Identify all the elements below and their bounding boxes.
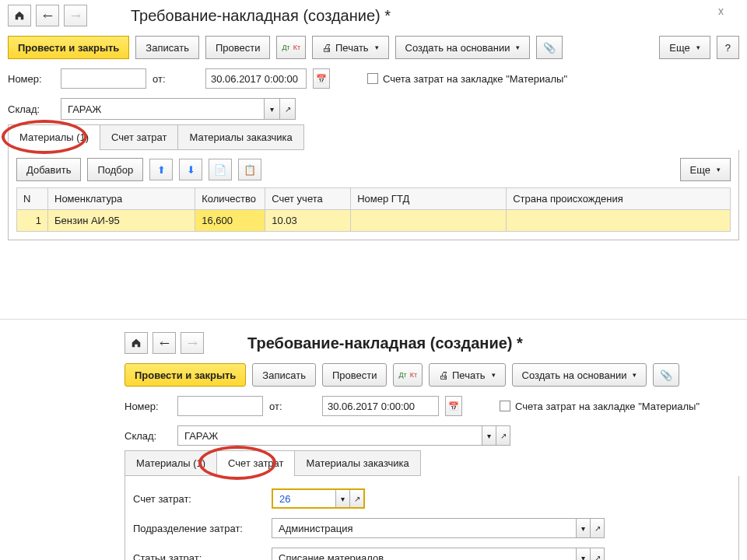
chevron-down-icon[interactable]: ▾ [335,490,349,507]
from-label: от: [153,73,199,85]
col-country[interactable]: Страна происхождения [507,188,731,210]
grid-more-button[interactable]: Еще▾ [680,158,731,181]
col-nom[interactable]: Номенклатура [48,188,195,210]
move-down-button[interactable]: ⬇ [179,159,202,180]
chevron-down-icon[interactable]: ▾ [576,519,590,537]
attachments-button[interactable]: 📎 [536,36,563,59]
back-button[interactable]: 🡐 [36,5,59,26]
back-button-2[interactable]: 🡐 [153,332,176,354]
window-title-2: Требование-накладная (создание) * [247,334,523,352]
calendar-button-2[interactable]: 📅 [445,396,462,416]
cost-dept-combo[interactable]: Администрация ▾ ↗ [272,518,605,538]
calendar-button[interactable]: 📅 [313,68,330,89]
warehouse-label: Склад: [8,103,54,115]
chevron-down-icon[interactable]: ▾ [482,426,496,445]
materials-accounts-label-2: Счета затрат на закладке "Материалы" [515,401,700,412]
warehouse-combo[interactable]: ГАРАЖ ▾ ↗ [61,98,296,120]
create-from-button-2[interactable]: Создать на основании▾ [512,363,647,387]
close-button[interactable]: x [718,5,724,17]
print-button-2[interactable]: 🖨Печать▾ [429,363,506,387]
forward-button-2[interactable]: 🡒 [181,332,204,354]
tab-cost-account-2[interactable]: Счет затрат [216,450,295,476]
tab-materials[interactable]: Материалы (1) [8,124,100,150]
warehouse-combo-2[interactable]: ГАРАЖ ▾ ↗ [177,425,510,446]
open-ref-icon[interactable]: ↗ [349,490,363,507]
save-button-2[interactable]: Записать [252,363,316,387]
from-label-2: от: [269,401,316,412]
tab-materials-2[interactable]: Материалы (1) [124,450,217,476]
copy-button[interactable]: 📄 [209,159,232,180]
home-button-2[interactable] [124,332,148,354]
open-ref-icon[interactable]: ↗ [496,426,510,445]
clip-icon: 📎 [660,369,672,381]
col-qty[interactable]: Количество [195,188,265,210]
window-title: Требование-накладная (создание) * [131,7,391,25]
clip-icon: 📎 [543,42,556,54]
home-button[interactable] [8,5,31,26]
date-input[interactable]: 30.06.2017 0:00:00 [205,68,307,89]
pick-button[interactable]: Подбор [87,158,143,181]
post-button[interactable]: Провести [205,36,271,59]
move-up-button[interactable]: ⬆ [149,159,173,180]
open-ref-icon[interactable]: ↗ [590,548,604,560]
chevron-down-icon[interactable]: ▾ [264,99,279,119]
paste-button[interactable]: 📋 [238,159,261,180]
col-n[interactable]: N [17,188,48,210]
chevron-down-icon[interactable]: ▾ [576,548,590,560]
post-and-close-button-2[interactable]: Провести и закрыть [124,363,246,387]
dtkt-button[interactable]: ДтКт [276,36,306,59]
materials-accounts-checkbox[interactable] [367,73,378,84]
cost-dept-label: Подразделение затрат: [133,523,265,534]
materials-accounts-checkbox-2[interactable] [500,401,510,411]
open-ref-icon[interactable]: ↗ [590,519,604,537]
materials-table: N Номенклатура Количество Счет учета Ном… [16,187,731,232]
cost-account-label: Счет затрат: [133,493,265,505]
cost-items-label: Статьи затрат: [133,552,265,561]
cost-items-combo[interactable]: Списание материалов ▾ ↗ [272,548,605,560]
printer-icon: 🖨 [322,42,332,54]
attachments-button-2[interactable]: 📎 [653,363,679,387]
number-label: Номер: [8,73,54,85]
more-button[interactable]: Еще▾ [659,36,710,59]
table-row[interactable]: 1 Бензин АИ-95 16,600 10.03 [17,210,731,232]
number-input-2[interactable] [177,396,263,416]
help-button[interactable]: ? [717,36,739,59]
tab-cost-account[interactable]: Счет затрат [100,124,178,150]
number-input[interactable] [61,68,146,89]
open-ref-icon[interactable]: ↗ [279,99,295,119]
tab-customer-materials[interactable]: Материалы заказчика [177,124,303,150]
col-acct[interactable]: Счет учета [265,188,351,210]
number-label-2: Номер: [124,401,171,412]
post-and-close-button[interactable]: Провести и закрыть [8,36,129,59]
post-button-2[interactable]: Провести [322,363,388,387]
printer-icon: 🖨 [439,369,449,381]
print-button[interactable]: 🖨Печать▾ [312,36,389,59]
tab-customer-materials-2[interactable]: Материалы заказчика [294,450,420,476]
create-from-button[interactable]: Создать на основании▾ [395,36,531,59]
date-input-2[interactable]: 30.06.2017 0:00:00 [322,396,439,416]
add-button[interactable]: Добавить [16,158,81,181]
materials-accounts-label: Счета затрат на закладке "Материалы" [383,73,567,85]
col-gtd[interactable]: Номер ГТД [351,188,507,210]
forward-button[interactable]: 🡒 [64,5,87,26]
save-button[interactable]: Записать [135,36,199,59]
cost-account-combo[interactable]: 26 ▾ ↗ [272,488,365,509]
dtkt-button-2[interactable]: ДтКт [393,363,423,387]
warehouse-label-2: Склад: [124,430,171,442]
